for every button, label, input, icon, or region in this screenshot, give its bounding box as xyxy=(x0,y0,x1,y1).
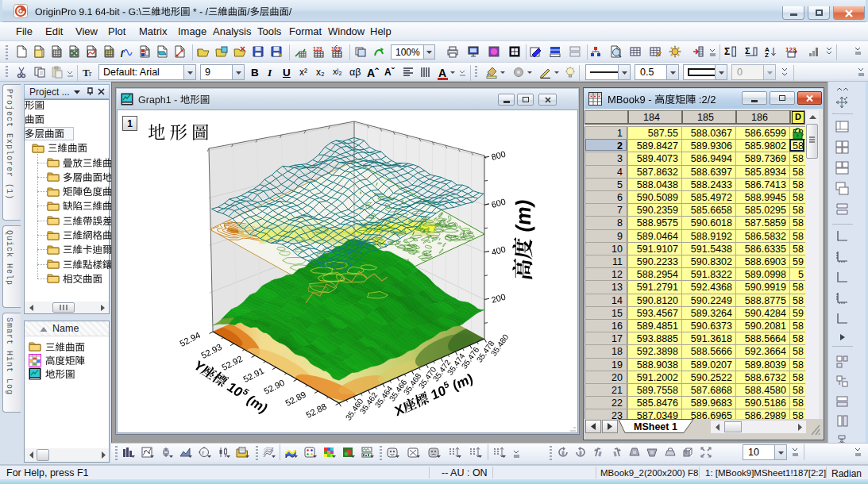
svg-text:r: r xyxy=(203,449,205,456)
svg-text:Z: Z xyxy=(765,52,769,58)
svg-text:Σ: Σ xyxy=(745,46,750,56)
svg-text:Σ: Σ xyxy=(724,46,730,57)
svg-text:r: r xyxy=(89,69,92,78)
svg-text:123: 123 xyxy=(313,46,322,52)
